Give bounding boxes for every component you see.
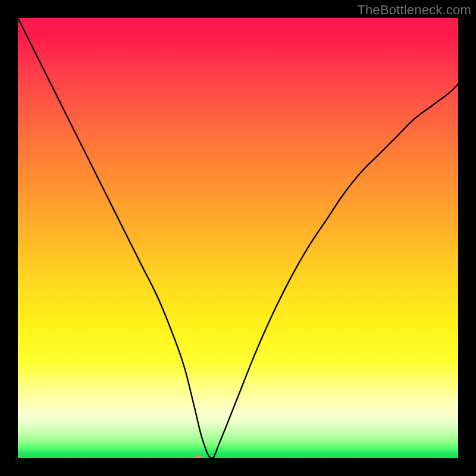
bottleneck-curve — [18, 18, 458, 458]
watermark-text: TheBottleneck.com — [357, 2, 471, 18]
chart-frame: TheBottleneck.com — [0, 0, 476, 476]
optimum-marker — [194, 455, 202, 458]
plot-area — [18, 18, 458, 458]
